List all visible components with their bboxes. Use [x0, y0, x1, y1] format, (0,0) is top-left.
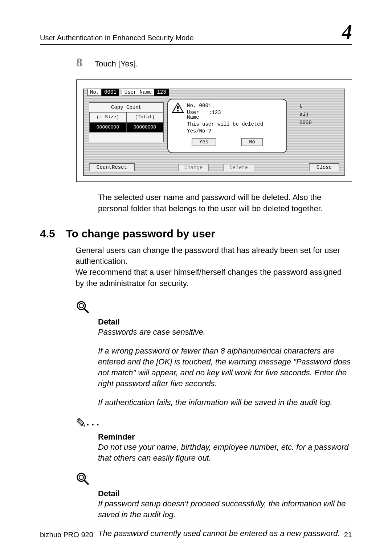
- modal-yes-button[interactable]: Yes: [192, 138, 216, 146]
- svg-point-7: [79, 475, 83, 479]
- step-number: 8: [76, 56, 82, 69]
- lcd-screenshot: No. 0001 User Name 123 Copy Count (L Siz…: [76, 79, 352, 182]
- svg-rect-2: [177, 110, 179, 111]
- reminder-head: Reminder: [98, 432, 352, 442]
- right-al: al): [299, 110, 339, 118]
- detail1-head: Detail: [98, 317, 352, 327]
- detail2-p1: If password setup doesn't proceed succes…: [98, 498, 352, 520]
- modal-user-label-2: Name: [187, 114, 263, 121]
- confirm-modal: No. 0001 User :123 Name This user will b…: [167, 99, 287, 153]
- svg-point-6: [77, 473, 85, 481]
- chapter-number-glyph: 4: [342, 22, 352, 42]
- detail1-p3: If authentication fails, the information…: [98, 397, 352, 408]
- post-screenshot-paragraph: The selected user name and password will…: [98, 192, 352, 215]
- section-body: General users can change the password th…: [75, 245, 352, 289]
- lcd-username-value: 123: [154, 89, 168, 96]
- right-t: t: [299, 102, 339, 110]
- svg-line-5: [84, 309, 89, 313]
- close-button[interactable]: Close: [309, 163, 339, 171]
- warning-icon: [172, 102, 184, 113]
- section-number: 4.5: [40, 228, 55, 240]
- pen-icon: ✎: [75, 416, 86, 431]
- lcd-no-value: 0001: [102, 89, 119, 96]
- total-value: 00000000: [126, 122, 163, 132]
- lsize-value: 00000000: [89, 122, 126, 132]
- reminder-p1: Do not use your name, birthday, employee…: [98, 442, 352, 464]
- delete-button-ghost: Delete: [223, 164, 254, 171]
- footer-left: bizhub PRO 920: [40, 531, 93, 539]
- modal-line4: Yes/No ?: [187, 128, 263, 135]
- magnifier-icon-2: [75, 472, 90, 487]
- copy-count-panel: Copy Count (L Size) (Total) 00000000 000…: [89, 102, 164, 142]
- right-zeros: 0000: [299, 119, 339, 127]
- detail1-p2: If a wrong password or fewer than 8 alph…: [98, 346, 352, 389]
- lcd-username-label: User Name: [122, 89, 155, 96]
- modal-line1: No. 0001: [187, 102, 263, 109]
- step-instruction: Touch [Yes].: [95, 59, 138, 69]
- footer-page-number: 21: [344, 531, 352, 539]
- ellipsis-icon: ...: [86, 416, 101, 428]
- copy-count-header: Copy Count: [89, 103, 163, 112]
- running-head: User Authentication in Enhanced Security…: [40, 34, 194, 42]
- detail1-p1: Passwords are case sensitive.: [98, 327, 352, 338]
- section-title: To change password by user: [66, 228, 215, 240]
- modal-line3: This user will be deleted: [187, 121, 263, 128]
- lsize-label: (L Size): [89, 112, 126, 122]
- detail2-head: Detail: [98, 489, 352, 498]
- count-reset-button[interactable]: CountReset: [89, 163, 135, 171]
- change-button-ghost: Change: [178, 164, 209, 171]
- svg-point-4: [79, 303, 83, 308]
- svg-line-8: [84, 480, 89, 485]
- svg-rect-1: [177, 106, 179, 109]
- total-label: (Total): [126, 112, 163, 122]
- right-fragment-panel: t al) 0000: [299, 102, 339, 142]
- lcd-no-label: No.: [87, 89, 102, 96]
- magnifier-icon: [75, 300, 90, 316]
- modal-user-suffix: :123: [209, 110, 221, 115]
- svg-point-3: [77, 302, 85, 310]
- modal-no-button[interactable]: No: [241, 138, 263, 146]
